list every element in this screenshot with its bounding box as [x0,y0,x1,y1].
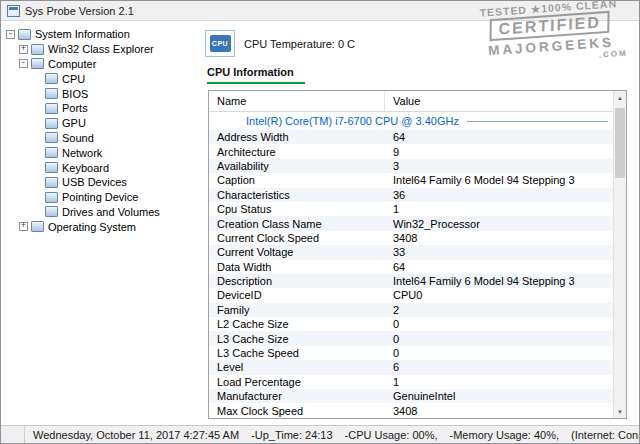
status-internet: (Internet: Connected) [571,429,639,441]
tree-label: Pointing Device [62,191,138,203]
tree-item-usb-devices[interactable]: USB Devices [1,175,197,190]
column-header-name[interactable]: Name [209,91,385,111]
tree-label: Sound [62,132,94,144]
collapse-icon[interactable]: - [19,59,28,68]
scrollbar-thumb[interactable] [615,108,625,178]
tree-item-system-information[interactable]: -System Information [1,27,197,42]
cpu-info-table: Name Value Intel(R) Core(TM) i7-6700 CPU… [208,90,627,419]
table-row[interactable]: CaptionIntel64 Family 6 Model 94 Steppin… [209,173,626,187]
tree-item-gpu[interactable]: GPU [1,116,197,131]
status-uptime: -Up_Time: 24:13 [251,429,333,441]
cell-name: Creation Class Name [209,218,385,230]
cell-value: 9 [385,146,612,158]
status-datetime: Wednesday, October 11, 2017 4:27:45 AM [33,429,239,441]
table-row[interactable]: Availability3 [209,159,626,173]
gpu-icon [45,118,58,129]
cell-name: Cpu Status [209,203,385,215]
cell-name: Current Voltage [209,246,385,258]
cell-value: 2 [385,304,612,316]
tree-label: Keyboard [62,162,109,174]
collapse-icon[interactable]: - [6,30,15,39]
tree-item-bios[interactable]: BIOS [1,86,197,101]
table-row[interactable]: Load Percentage1 [209,375,626,389]
tree-item-pointing-device[interactable]: Pointing Device [1,190,197,205]
table-row[interactable]: Current Clock Speed3408 [209,231,626,245]
table-row[interactable]: Address Width64 [209,130,626,144]
content-area: -System Information+Win32 Class Explorer… [1,21,639,425]
tree-expander[interactable]: + [18,222,29,231]
tree-label: Ports [62,102,88,114]
tree-item-network[interactable]: Network [1,145,197,160]
cpu-header: CPU CPU Temperature: 0 C [205,30,639,57]
cell-value: 3408 [385,232,612,244]
app-window: Sys Probe Version 2.1 -System Informatio… [0,0,640,444]
table-row[interactable]: Level6 [209,360,626,374]
tree-label: BIOS [62,88,88,100]
tree-item-drives-and-volumes[interactable]: Drives and Volumes [1,205,197,220]
tree-label: System Information [35,28,130,40]
tree-label: Network [62,147,102,159]
tree-label: Drives and Volumes [62,206,160,218]
table-scrollbar[interactable]: ▲ ▼ [613,91,626,418]
tree-item-cpu[interactable]: CPU [1,71,197,86]
expand-icon[interactable]: + [19,222,28,231]
tree-item-win32-class-explorer[interactable]: +Win32 Class Explorer [1,42,197,57]
tree-item-sound[interactable]: Sound [1,131,197,146]
cell-value: 3 [385,160,612,172]
tree-expander[interactable]: - [18,59,29,68]
table-row[interactable]: L2 Cache Size0 [209,317,626,331]
cell-name: DeviceID [209,289,385,301]
table-row[interactable]: ManufacturerGenuineIntel [209,389,626,403]
cell-name: Load Percentage [209,376,385,388]
tree-item-ports[interactable]: Ports [1,101,197,116]
cell-name: Address Width [209,131,385,143]
table-row[interactable]: L3 Cache Size0 [209,331,626,345]
table-row[interactable]: Family2 [209,303,626,317]
cell-value: 64 [385,131,612,143]
tree-label: Computer [48,58,96,70]
table-row[interactable]: Architecture9 [209,144,626,158]
cell-name: Level [209,361,385,373]
app-icon [7,5,20,17]
table-row[interactable]: Cpu Status1 [209,202,626,216]
ports-icon [45,103,58,114]
cell-value: Intel64 Family 6 Model 94 Stepping 3 [385,275,612,287]
cell-name: Architecture [209,146,385,158]
cell-value: 0 [385,347,612,359]
table-row[interactable]: Current Voltage33 [209,245,626,259]
network-icon [45,147,58,158]
computer-icon [31,58,44,69]
table-row[interactable]: DeviceIDCPU0 [209,288,626,302]
tree-item-computer[interactable]: -Computer [1,57,197,72]
system-information-icon [18,29,31,40]
tree-expander[interactable]: + [18,45,29,54]
cell-name: Characteristics [209,189,385,201]
expand-icon[interactable]: + [19,45,28,54]
table-row[interactable]: L3 Cache Speed0 [209,346,626,360]
pointing-device-icon [45,192,58,203]
tree-label: CPU [62,73,85,85]
column-header-value[interactable]: Value [385,95,626,107]
tree-item-keyboard[interactable]: Keyboard [1,160,197,175]
scroll-down-icon[interactable]: ▼ [614,405,626,418]
cell-name: L3 Cache Size [209,333,385,345]
operating-system-icon [31,221,44,232]
cpu-model-label: Intel(R) Core(TM) i7-6700 CPU @ 3.40GHz [246,115,459,127]
window-title: Sys Probe Version 2.1 [25,5,134,17]
cell-value: 1 [385,376,612,388]
cell-name: Manufacturer [209,390,385,402]
table-row[interactable]: Characteristics36 [209,188,626,202]
table-row[interactable]: Creation Class NameWin32_Processor [209,216,626,230]
scroll-up-icon[interactable]: ▲ [614,91,626,104]
status-bar: Wednesday, October 11, 2017 4:27:45 AM -… [1,425,639,443]
table-row[interactable]: Data Width64 [209,260,626,274]
cell-value: 0 [385,318,612,330]
cell-value: 64 [385,261,612,273]
cell-value: 3408 [385,405,612,417]
cpu-temperature-label: CPU Temperature: 0 C [244,38,355,50]
tree-expander[interactable]: - [5,30,16,39]
group-separator-line [467,121,608,122]
table-row[interactable]: Max Clock Speed3408 [209,403,626,417]
tree-item-operating-system[interactable]: +Operating System [1,219,197,234]
table-row[interactable]: DescriptionIntel64 Family 6 Model 94 Ste… [209,274,626,288]
